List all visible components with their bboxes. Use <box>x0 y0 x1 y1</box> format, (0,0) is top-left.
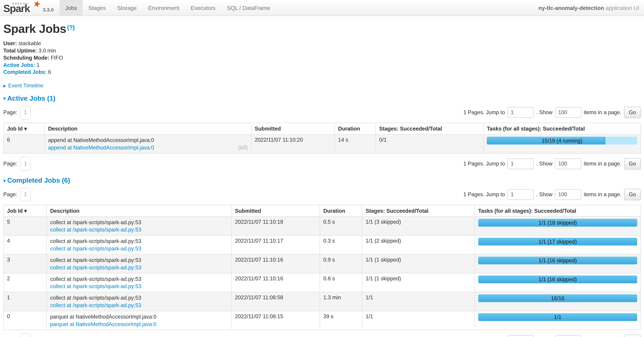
jump-to-page-input[interactable] <box>508 158 534 169</box>
completed-jobs-section-header[interactable]: ▾Completed Jobs (6) <box>3 177 641 184</box>
job-description-link[interactable]: collect at /spark-scripts/spark-ad.py:53 <box>50 226 141 233</box>
table-row: 2collect at /spark-scripts/spark-ad.py:5… <box>4 273 641 292</box>
page-number-box[interactable]: 1 <box>20 105 31 119</box>
tab-executors[interactable]: Executors <box>185 0 221 16</box>
job-description-link[interactable]: collect at /spark-scripts/spark-ad.py:53 <box>50 283 141 290</box>
progress-label: 1/1 (17 skipped) <box>478 238 637 246</box>
show-label: . Show <box>536 192 552 198</box>
pager-controls: 1 Pages. Jump to . Show items in a page.… <box>463 335 641 337</box>
show-label: . Show <box>536 161 552 167</box>
column-header-1[interactable]: Description <box>44 123 251 134</box>
column-header-3[interactable]: Duration <box>320 205 362 217</box>
tab-jobs[interactable]: Jobs <box>60 0 83 16</box>
tab-stages[interactable]: Stages <box>82 0 111 16</box>
pager-left: Page: 1 <box>3 105 31 119</box>
pager-left: Page: 1 <box>3 333 31 337</box>
table-row: 5collect at /spark-scripts/spark-ad.py:5… <box>4 217 641 236</box>
spark-logo[interactable]: APACHE Spark ★ 3.3.0 <box>0 0 56 16</box>
summary-item: Total Uptime: 3.0 min <box>3 47 641 54</box>
job-description-cell: collect at /spark-scripts/spark-ad.py:53… <box>46 254 232 273</box>
pager-left: Page: 1 <box>3 188 31 201</box>
event-timeline-toggle[interactable]: ▶Event Timeline <box>3 82 641 89</box>
page-number-box[interactable]: 1 <box>20 188 31 201</box>
job-description-text: collect at /spark-scripts/spark-ad.py:53 <box>50 295 228 301</box>
job-description-text: collect at /spark-scripts/spark-ad.py:53 <box>50 276 228 283</box>
job-description-link[interactable]: append at NativeMethodAccessorImpl.java:… <box>48 144 154 151</box>
column-header-1[interactable]: Description <box>46 205 232 217</box>
job-description-cell: collect at /spark-scripts/spark-ad.py:53… <box>46 292 232 311</box>
jump-to-page-input[interactable] <box>508 189 534 200</box>
go-button[interactable]: Go <box>624 158 641 169</box>
jump-to-page-input[interactable] <box>508 107 534 118</box>
task-progress-bar: 15/19 (4 running) <box>487 137 637 145</box>
submitted-cell: 2022/11/07 11:10:16 <box>232 273 320 292</box>
summary-label[interactable]: Active Jobs: <box>3 62 35 68</box>
column-header-5[interactable]: Tasks (for all stages): Succeeded/Total <box>483 123 641 134</box>
jump-to-page-input[interactable] <box>508 335 534 337</box>
help-link[interactable]: (?) <box>67 24 74 31</box>
items-per-page-input[interactable] <box>555 335 581 337</box>
page-number-box[interactable]: 1 <box>20 157 31 171</box>
task-progress-bar: 16/16 <box>478 295 637 302</box>
pager-controls: 1 Pages. Jump to . Show items in a page.… <box>463 107 641 118</box>
tab-environment[interactable]: Environment <box>142 0 185 16</box>
go-button[interactable]: Go <box>624 107 641 118</box>
pager-row: Page: 1 1 Pages. Jump to . Show items in… <box>3 333 641 337</box>
job-description-text: collect at /spark-scripts/spark-ad.py:53 <box>50 257 228 264</box>
show-label: . Show <box>536 109 552 115</box>
job-id-cell: 1 <box>4 292 46 311</box>
column-header-5[interactable]: Tasks (for all stages): Succeeded/Total <box>475 205 641 217</box>
items-in-page-label: items in a page. <box>584 161 622 167</box>
column-header-2[interactable]: Submitted <box>251 123 334 134</box>
job-description-link[interactable]: collect at /spark-scripts/spark-ad.py:53 <box>50 264 141 271</box>
chevron-down-icon: ▾ <box>3 96 6 101</box>
nav-tabs: JobsStagesStorageEnvironmentExecutorsSQL… <box>60 0 276 16</box>
tab-sql-dataframe[interactable]: SQL / DataFrame <box>221 0 276 16</box>
duration-cell: 0.3 s <box>320 236 362 255</box>
column-header-2[interactable]: Submitted <box>232 205 320 217</box>
column-header-0[interactable]: Job Id ▾ <box>4 205 46 217</box>
submitted-cell: 2022/11/07 11:10:20 <box>251 134 334 153</box>
summary-item: Completed Jobs: 6 <box>3 69 641 76</box>
column-header-4[interactable]: Stages: Succeeded/Total <box>362 205 474 217</box>
stages-cell: 1/1 (1 skipped) <box>362 273 474 292</box>
active-jobs-section-header[interactable]: ▾Active Jobs (1) <box>3 94 641 102</box>
progress-label: 16/16 <box>478 295 637 302</box>
job-description-link[interactable]: collect at /spark-scripts/spark-ad.py:53 <box>50 245 141 252</box>
column-header-0[interactable]: Job Id ▾ <box>4 123 44 134</box>
job-description-cell: collect at /spark-scripts/spark-ad.py:53… <box>46 273 232 292</box>
job-description-links: parquet at NativeMethodAccessorImpl.java… <box>50 321 228 328</box>
job-description-links: collect at /spark-scripts/spark-ad.py:53 <box>50 264 228 271</box>
page-number-box[interactable]: 1 <box>20 333 31 337</box>
duration-cell: 1.3 min <box>320 292 362 311</box>
job-description-links: collect at /spark-scripts/spark-ad.py:53 <box>50 283 228 290</box>
completed-jobs-table: Job Id ▾DescriptionSubmittedDurationStag… <box>3 205 641 330</box>
job-description-cell: parquet at NativeMethodAccessorImpl.java… <box>46 311 232 330</box>
progress-label: 1/1 <box>478 313 637 321</box>
pager-controls: 1 Pages. Jump to . Show items in a page.… <box>463 158 641 169</box>
tab-storage[interactable]: Storage <box>112 0 142 16</box>
items-per-page-input[interactable] <box>555 189 581 200</box>
job-description-link[interactable]: collect at /spark-scripts/spark-ad.py:53 <box>50 302 141 309</box>
pages-count-label: 1 Pages. Jump to <box>463 161 505 167</box>
active-jobs-pager-bottom: Page: 1 1 Pages. Jump to . Show items in… <box>3 157 641 171</box>
chevron-down-icon: ▾ <box>3 178 6 183</box>
header-row: Job Id ▾DescriptionSubmittedDurationStag… <box>4 123 641 134</box>
go-button[interactable]: Go <box>624 189 641 200</box>
go-button[interactable]: Go <box>624 335 641 337</box>
column-header-3[interactable]: Duration <box>334 123 376 134</box>
items-in-page-label: items in a page. <box>584 109 622 115</box>
job-description-link[interactable]: parquet at NativeMethodAccessorImpl.java… <box>50 321 156 328</box>
column-header-4[interactable]: Stages: Succeeded/Total <box>376 123 483 134</box>
items-per-page-input[interactable] <box>555 158 581 169</box>
task-progress-bar: 1/1 (16 skipped) <box>478 276 637 283</box>
pager-left: Page: 1 <box>3 157 31 171</box>
completed-jobs-pager-bottom: Page: 1 1 Pages. Jump to . Show items in… <box>3 333 641 337</box>
kill-link[interactable]: (kill) <box>238 144 248 151</box>
active-jobs-table: Job Id ▾DescriptionSubmittedDurationStag… <box>3 123 641 153</box>
table-row: 3collect at /spark-scripts/spark-ad.py:5… <box>4 254 641 273</box>
items-per-page-input[interactable] <box>555 107 581 118</box>
summary-list: User: stackableTotal Uptime: 3.0 minSche… <box>3 40 641 76</box>
summary-label[interactable]: Completed Jobs: <box>3 69 46 75</box>
job-description-links: collect at /spark-scripts/spark-ad.py:53 <box>50 302 228 309</box>
